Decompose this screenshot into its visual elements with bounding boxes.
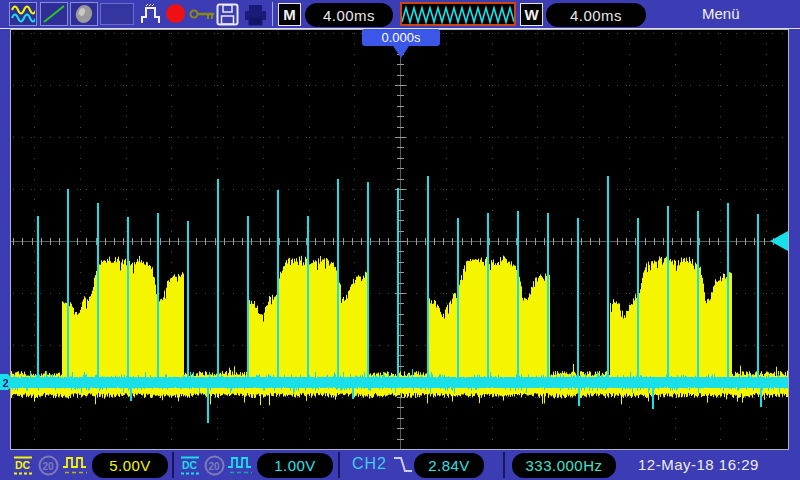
square-wave-icon	[62, 456, 90, 475]
empty-slot	[100, 3, 134, 25]
square-wave-icon	[227, 456, 255, 475]
statusbar-separator	[503, 452, 505, 478]
blob-icon	[72, 4, 96, 24]
save-button[interactable]	[216, 3, 239, 26]
green-line-icon	[42, 4, 66, 24]
trigger-level-marker[interactable]	[769, 231, 788, 251]
top-toolbar: M 4.00ms W 4.00ms Menü	[0, 0, 800, 29]
main-timebase-badge: M	[278, 3, 301, 26]
pulse-button[interactable]	[140, 3, 165, 26]
ch2-volts-div: 1.00V	[257, 453, 333, 478]
falling-edge-icon	[392, 454, 413, 476]
bandwidth-20-icon: 20	[38, 455, 59, 476]
graticule-area	[10, 29, 789, 450]
ch1-bandwidth: 20	[38, 455, 59, 476]
statusbar-separator	[338, 452, 340, 478]
svg-text:20: 20	[43, 461, 55, 472]
preview-zigzag-icon	[402, 5, 514, 25]
window-timebase-badge: W	[520, 3, 543, 26]
ch1-probe-wave	[62, 456, 90, 475]
frequency-counter: 333.000Hz	[512, 453, 616, 478]
dc-coupling-icon: DC	[11, 455, 35, 476]
ch2-ground-marker[interactable]: 2	[0, 373, 16, 391]
window-timebase-value: 4.00ms	[546, 3, 646, 27]
trigger-position-pointer-icon	[393, 46, 409, 58]
trigger-position-tab[interactable]: 0.000s	[362, 29, 440, 46]
svg-text:20: 20	[209, 461, 221, 472]
trigger-slope	[392, 454, 413, 476]
ch1-volts-div: 5.00V	[92, 453, 168, 478]
pulse-icon	[140, 3, 165, 26]
ch2-marker-label: 2	[3, 377, 9, 389]
ch1-coupling: DC	[11, 455, 35, 476]
ch2-bandwidth: 20	[204, 455, 225, 476]
datetime-label: 12-May-18 16:29	[638, 456, 759, 473]
trigger-position-value: 0.000s	[381, 30, 420, 45]
bottom-statusbar: DC 20 5.00V DC 20 1	[0, 450, 800, 480]
svg-text:DC: DC	[182, 459, 198, 471]
waveform-preview	[400, 2, 516, 26]
key-icon	[189, 7, 216, 22]
utility-button[interactable]	[70, 2, 98, 26]
cursor-line-button[interactable]	[40, 2, 68, 26]
trigger-level-arrow-icon	[770, 231, 788, 251]
ch2-probe-wave	[227, 456, 255, 475]
trigger-source-label: CH2	[352, 455, 387, 473]
dc-coupling-icon: DC	[178, 455, 202, 476]
trigger-level-value: 2.84V	[414, 453, 484, 478]
print-icon	[243, 4, 268, 26]
lock-button[interactable]	[189, 7, 216, 22]
save-icon	[216, 3, 239, 26]
graticule-canvas	[11, 30, 788, 449]
channel-display-button[interactable]	[9, 2, 37, 26]
statusbar-separator	[172, 452, 174, 478]
record-icon	[166, 4, 185, 23]
channel-waves-icon	[11, 4, 35, 24]
toolbar-separator	[272, 2, 273, 26]
svg-text:DC: DC	[15, 459, 31, 471]
record-button[interactable]	[166, 4, 185, 23]
print-button[interactable]	[243, 4, 268, 26]
menu-button[interactable]: Menü	[702, 5, 740, 22]
bandwidth-20-icon: 20	[204, 455, 225, 476]
main-timebase-value: 4.00ms	[305, 3, 393, 27]
ch2-coupling: DC	[178, 455, 202, 476]
